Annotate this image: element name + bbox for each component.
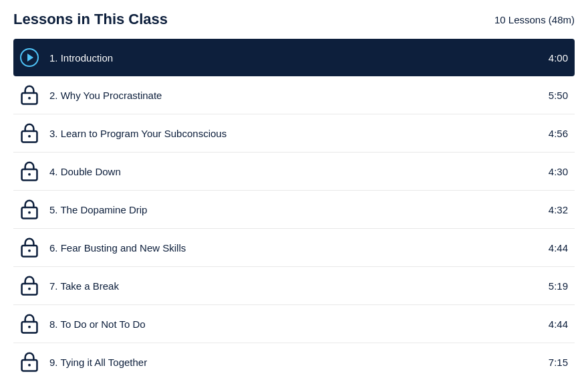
header: Lessons in This Class 10 Lessons (48m) [13,11,575,28]
lesson-item[interactable]: 4. Double Down4:30 [13,153,575,191]
svg-point-3 [28,135,31,138]
lesson-duration: 4:56 [549,128,568,139]
lesson-left: 2. Why You Procrastinate [20,86,162,104]
lesson-left: 7. Take a Break [20,276,119,295]
lesson-duration: 7:15 [549,357,568,368]
svg-point-1 [28,97,31,100]
lesson-name: 5. The Dopamine Drip [49,204,147,215]
lesson-left: 1. Introduction [20,48,113,67]
lesson-item[interactable]: 5. The Dopamine Drip4:32 [13,191,575,229]
lesson-name: 6. Fear Busting and New Skills [49,242,186,254]
lesson-duration: 5:50 [549,90,568,101]
lesson-item[interactable]: 9. Tying it All Together7:15 [13,343,575,378]
svg-point-13 [28,326,31,328]
svg-point-9 [28,250,31,252]
lesson-item[interactable]: 6. Fear Busting and New Skills4:44 [13,229,575,267]
lock-icon [20,238,39,257]
lesson-item[interactable]: 7. Take a Break5:19 [13,267,575,305]
lock-icon [20,276,39,295]
lesson-left: 9. Tying it All Together [20,353,147,371]
lesson-duration: 4:44 [549,242,568,254]
svg-point-7 [28,211,31,214]
lesson-duration: 4:30 [549,166,568,177]
lesson-left: 3. Learn to Program Your Subconscious [20,124,227,143]
lesson-name: 8. To Do or Not To Do [49,318,146,330]
lesson-left: 8. To Do or Not To Do [20,314,146,333]
lesson-item[interactable]: 1. Introduction4:00 [13,39,575,76]
lesson-item[interactable]: 8. To Do or Not To Do4:44 [13,305,575,343]
lesson-left: 5. The Dopamine Drip [20,200,147,219]
lesson-left: 6. Fear Busting and New Skills [20,238,186,257]
lessons-container: Lessons in This Class 10 Lessons (48m) 1… [0,0,588,378]
lesson-name: 4. Double Down [49,166,121,177]
lesson-name: 2. Why You Procrastinate [49,90,162,101]
lesson-duration: 5:19 [549,280,568,292]
lesson-duration: 4:32 [549,204,568,215]
lesson-name: 9. Tying it All Together [49,357,147,368]
lock-icon [20,162,39,181]
lock-icon [20,86,39,104]
svg-point-11 [28,288,31,290]
lesson-item[interactable]: 3. Learn to Program Your Subconscious4:5… [13,114,575,153]
lessons-list: 1. Introduction4:00 2. Why You Procrasti… [13,39,575,378]
lock-icon [20,200,39,219]
lesson-item[interactable]: 2. Why You Procrastinate5:50 [13,76,575,114]
play-icon [20,48,39,67]
lock-icon [20,124,39,143]
lesson-duration: 4:00 [549,52,568,64]
lock-icon [20,314,39,333]
lesson-name: 3. Learn to Program Your Subconscious [49,128,227,139]
lesson-name: 1. Introduction [49,52,113,64]
svg-point-15 [28,364,31,367]
lesson-name: 7. Take a Break [49,280,119,292]
lesson-count: 10 Lessons (48m) [494,14,575,25]
page-title: Lessons in This Class [13,11,168,28]
lock-icon [20,353,39,371]
svg-point-5 [28,173,31,176]
lesson-left: 4. Double Down [20,162,121,181]
lesson-duration: 4:44 [549,318,568,330]
